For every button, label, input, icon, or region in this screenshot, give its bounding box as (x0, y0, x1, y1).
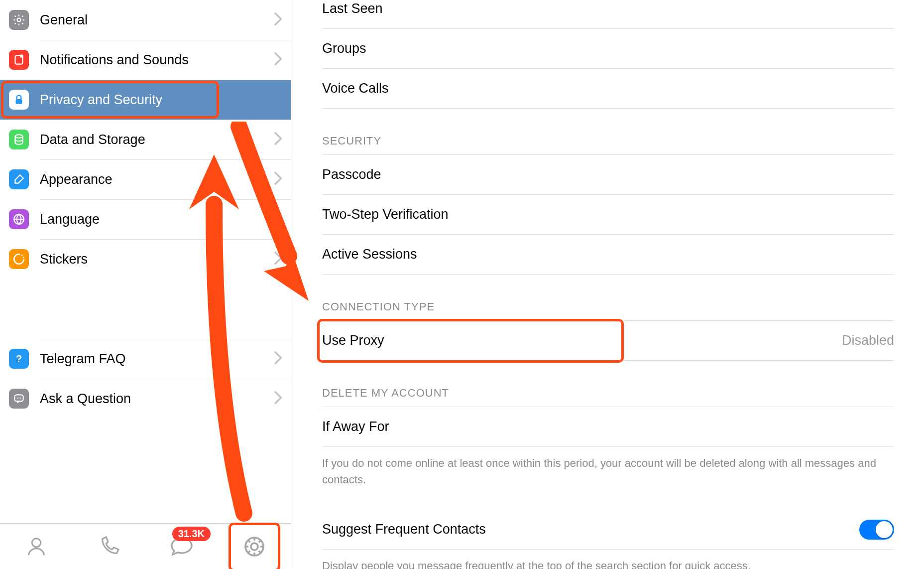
sidebar-item-appearance[interactable]: Appearance (0, 159, 291, 199)
tab-chats[interactable]: 31.3K (167, 532, 197, 562)
row-label: Two-Step Verification (322, 207, 894, 222)
sidebar-item-notifications[interactable]: Notifications and Sounds (0, 40, 291, 80)
svg-point-8 (17, 398, 18, 399)
row-label: Last Seen (322, 1, 894, 16)
delete-footnote: If you do not come online at least once … (322, 447, 894, 492)
sidebar-item-data[interactable]: Data and Storage (0, 120, 291, 159)
row-label: If Away For (322, 419, 894, 434)
sidebar-label: Ask a Question (40, 391, 274, 407)
bottom-tab-bar: 31.3K (0, 523, 291, 569)
brush-icon (9, 169, 29, 189)
tab-calls[interactable] (94, 532, 124, 562)
sidebar-item-privacy[interactable]: Privacy and Security (0, 80, 291, 120)
toggle-switch[interactable] (859, 520, 894, 540)
svg-point-10 (20, 398, 21, 399)
tab-contacts[interactable] (21, 532, 51, 562)
row-suggest-contacts[interactable]: Suggest Frequent Contacts (322, 510, 894, 550)
chevron-right-icon (274, 351, 282, 367)
bell-icon (9, 50, 29, 70)
storage-icon (9, 130, 29, 149)
settings-detail-pane: Last Seen Groups Voice Calls SECURITY Pa… (291, 0, 924, 569)
app-root: General Notifications and Sounds Privacy… (0, 0, 924, 569)
section-header-security: SECURITY (322, 109, 894, 155)
sidebar-label: Privacy and Security (40, 92, 282, 108)
row-passcode[interactable]: Passcode (322, 155, 894, 195)
sidebar-list: General Notifications and Sounds Privacy… (0, 0, 291, 523)
chevron-right-icon (274, 251, 282, 267)
section-header-connection: CONNECTION TYPE (322, 275, 894, 321)
row-if-away-for[interactable]: If Away For (322, 407, 894, 447)
row-label: Passcode (322, 167, 894, 182)
row-value: Disabled (842, 333, 894, 348)
chevron-right-icon (274, 52, 282, 68)
chevron-right-icon (274, 171, 282, 187)
globe-icon (9, 209, 29, 229)
row-label: Groups (322, 41, 894, 56)
sidebar-gap (0, 279, 291, 339)
gear-icon (9, 10, 29, 30)
sidebar-label: Appearance (40, 172, 274, 187)
chevron-right-icon (274, 211, 282, 227)
svg-point-4 (15, 135, 22, 138)
unread-badge: 31.3K (172, 527, 211, 541)
chat-icon (9, 389, 29, 409)
svg-point-0 (17, 18, 21, 22)
suggest-footnote: Display people you message frequently at… (322, 550, 894, 569)
row-groups[interactable]: Groups (322, 29, 894, 69)
svg-rect-3 (16, 99, 22, 104)
row-label: Suggest Frequent Contacts (322, 522, 859, 537)
row-last-seen[interactable]: Last Seen (322, 0, 894, 29)
sidebar-item-general[interactable]: General (0, 0, 291, 40)
row-voice-calls[interactable]: Voice Calls (322, 69, 894, 109)
sidebar-label: Telegram FAQ (40, 351, 274, 367)
svg-point-13 (251, 543, 258, 550)
row-label: Use Proxy (322, 333, 842, 348)
sidebar-item-faq[interactable]: ? Telegram FAQ (0, 339, 291, 379)
row-two-step[interactable]: Two-Step Verification (322, 195, 894, 235)
settings-sidebar: General Notifications and Sounds Privacy… (0, 0, 291, 569)
section-header-delete: DELETE MY ACCOUNT (322, 361, 894, 407)
sidebar-item-ask[interactable]: Ask a Question (0, 379, 291, 419)
svg-text:?: ? (16, 353, 22, 364)
chevron-right-icon (274, 12, 282, 28)
sidebar-item-stickers[interactable]: Stickers (0, 239, 291, 279)
svg-point-2 (20, 54, 23, 58)
row-use-proxy[interactable]: Use Proxy Disabled (322, 321, 894, 361)
svg-point-11 (32, 538, 40, 547)
chevron-right-icon (274, 391, 282, 407)
chevron-right-icon (274, 132, 282, 147)
row-active-sessions[interactable]: Active Sessions (322, 235, 894, 275)
row-label: Voice Calls (322, 81, 894, 96)
lock-icon (9, 90, 29, 110)
sidebar-item-language[interactable]: Language (0, 199, 291, 239)
tab-settings[interactable] (239, 532, 269, 562)
sticker-icon (9, 249, 29, 269)
question-icon: ? (9, 349, 29, 369)
sidebar-label: Stickers (40, 252, 274, 267)
row-label: Active Sessions (322, 247, 894, 262)
svg-point-9 (18, 398, 19, 399)
sidebar-label: Data and Storage (40, 132, 274, 147)
sidebar-label: Notifications and Sounds (40, 52, 274, 68)
sidebar-label: General (40, 12, 274, 28)
sidebar-label: Language (40, 212, 274, 227)
